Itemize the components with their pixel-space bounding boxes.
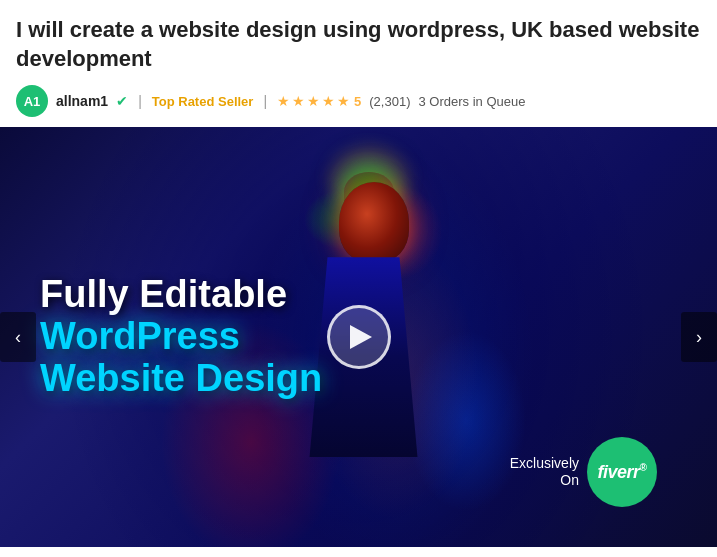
header-section: I will create a website design using wor…	[0, 0, 717, 127]
overlay-text-line3: Website Design	[40, 358, 322, 400]
top-rated-badge: Top Rated Seller	[152, 94, 254, 109]
star-2: ★	[292, 93, 305, 109]
right-arrow-icon: ›	[696, 327, 702, 348]
page-wrapper: I will create a website design using wor…	[0, 0, 717, 547]
overlay-text-line2: WordPress	[40, 316, 322, 358]
separator-2: |	[263, 93, 267, 109]
exclusively-text: ExclusivelyOn	[510, 455, 579, 489]
seller-username[interactable]: allnam1	[56, 93, 108, 109]
stars-container: ★ ★ ★ ★ ★ 5	[277, 93, 361, 109]
seller-row: A1 allnam1 ✔ | Top Rated Seller | ★ ★ ★ …	[16, 85, 701, 117]
star-4: ★	[322, 93, 335, 109]
rating-number: 5	[354, 94, 361, 109]
figure-head	[339, 182, 409, 262]
play-button[interactable]	[327, 305, 391, 369]
review-count[interactable]: (2,301)	[369, 94, 410, 109]
separator-1: |	[138, 93, 142, 109]
nav-arrow-left[interactable]: ‹	[0, 312, 36, 362]
nav-arrow-right[interactable]: ›	[681, 312, 717, 362]
orders-in-queue: 3 Orders in Queue	[418, 94, 525, 109]
media-container[interactable]: Fully Editable WordPress Website Design …	[0, 127, 717, 547]
star-3: ★	[307, 93, 320, 109]
play-button-container[interactable]	[327, 305, 391, 369]
fiverr-badge: ExclusivelyOn fiverr®	[510, 437, 657, 507]
left-arrow-icon: ‹	[15, 327, 21, 348]
fiverr-circle: fiverr®	[587, 437, 657, 507]
star-1: ★	[277, 93, 290, 109]
star-5: ★	[337, 93, 350, 109]
overlay-text-line1: Fully Editable	[40, 274, 322, 316]
fiverr-logo: fiverr®	[598, 462, 647, 483]
play-triangle-icon	[350, 325, 372, 349]
avatar: A1	[16, 85, 48, 117]
text-overlay: Fully Editable WordPress Website Design	[40, 274, 322, 399]
fiverr-trademark: ®	[640, 462, 647, 473]
verified-icon: ✔	[116, 93, 128, 109]
gig-title: I will create a website design using wor…	[16, 16, 701, 73]
